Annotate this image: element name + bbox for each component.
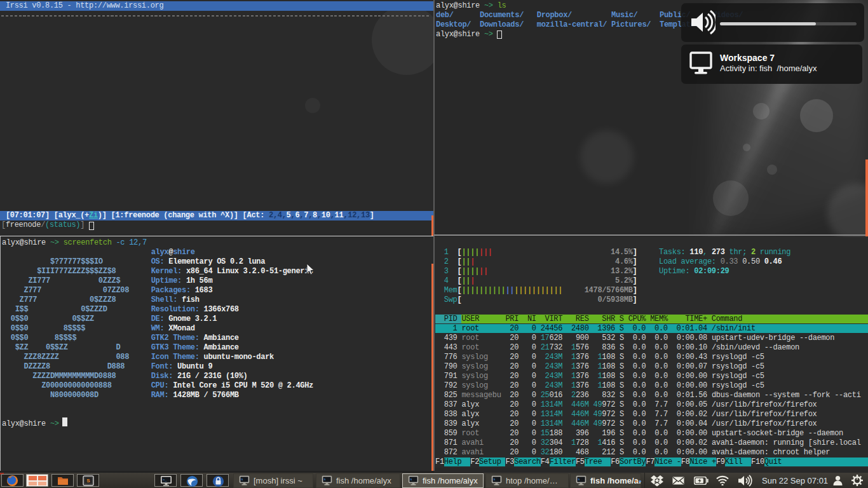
svg-text:s: s xyxy=(410,477,412,482)
svg-text:s: s xyxy=(241,477,243,482)
svg-text:S: S xyxy=(86,478,90,484)
svg-text:s: s xyxy=(323,477,325,482)
svg-text:s: s xyxy=(578,477,580,482)
svg-text:>_: >_ xyxy=(163,478,167,482)
svg-text:s: s xyxy=(493,477,495,482)
